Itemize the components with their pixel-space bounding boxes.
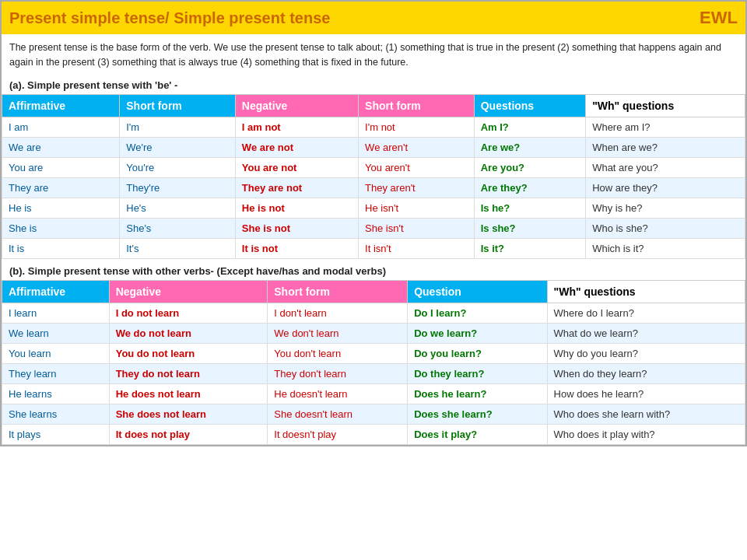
table-cell: You are not	[235, 157, 358, 177]
table-cell: I am	[2, 117, 120, 137]
table-cell: She is	[2, 218, 120, 238]
table-row: She isShe'sShe is notShe isn'tIs she?Who…	[2, 218, 745, 238]
header-questions: Questions	[474, 94, 585, 117]
brand-label: EWL	[700, 8, 738, 28]
table-cell: We are	[2, 137, 120, 157]
table-cell: You are	[2, 157, 120, 177]
table-cell: They don't learn	[268, 363, 408, 383]
table-cell: Does he learn?	[408, 383, 547, 404]
b-header-wh: "Wh" questions	[547, 280, 745, 303]
section-b-body: I learnI do not learnI don't learnDo I l…	[2, 303, 745, 444]
table-cell: Do you learn?	[408, 343, 547, 363]
section-a-label: (a). Simple present tense with 'be' -	[2, 76, 745, 94]
table-cell: He does not learn	[109, 383, 268, 404]
intro-text: The present tense is the base form of th…	[2, 34, 745, 76]
table-cell: How are they?	[586, 177, 745, 198]
table-cell: Which is it?	[586, 238, 745, 258]
table-cell: She does not learn	[109, 404, 268, 424]
table-cell: We learn	[2, 323, 110, 343]
header-shortform2: Short form	[359, 94, 475, 117]
table-cell: What are you?	[586, 157, 745, 177]
table-cell: Is it?	[474, 238, 585, 258]
table-cell: I am not	[235, 117, 358, 137]
main-title-text: Present simple tense/ Simple present ten…	[9, 9, 330, 27]
table-cell: Where am I?	[586, 117, 745, 137]
table-cell: We are not	[235, 137, 358, 157]
table-row: They areThey'reThey are notThey aren'tAr…	[2, 177, 745, 198]
table-cell: He's	[120, 198, 236, 218]
table-cell: She is not	[235, 218, 358, 238]
table-cell: Do I learn?	[408, 303, 547, 323]
table-cell: She learns	[2, 404, 110, 424]
table-cell: They learn	[2, 363, 110, 383]
table-cell: It plays	[2, 424, 110, 444]
table-row: They learnThey do not learnThey don't le…	[2, 363, 745, 383]
table-row: I amI'mI am notI'm notAm I?Where am I?	[2, 117, 745, 137]
table-row: She learnsShe does not learnShe doesn't …	[2, 404, 745, 424]
b-header-shortform: Short form	[268, 280, 408, 303]
table-cell: Where do I learn?	[547, 303, 745, 323]
b-header-negative: Negative	[109, 280, 268, 303]
table-cell: You do not learn	[109, 343, 268, 363]
section-b-table: Affirmative Negative Short form Question…	[2, 280, 745, 445]
table-cell: He doesn't learn	[268, 383, 408, 404]
table-cell: I do not learn	[109, 303, 268, 323]
table-cell: They are not	[235, 177, 358, 198]
table-cell: We aren't	[359, 137, 475, 157]
table-row: I learnI do not learnI don't learnDo I l…	[2, 303, 745, 323]
table-cell: She's	[120, 218, 236, 238]
table-cell: How does he learn?	[547, 383, 745, 404]
table-cell: I'm not	[359, 117, 475, 137]
table-cell: You don't learn	[268, 343, 408, 363]
table-cell: It doesn't play	[268, 424, 408, 444]
table-cell: They are	[2, 177, 120, 198]
table-cell: Does she learn?	[408, 404, 547, 424]
table-cell: Why do you learn?	[547, 343, 745, 363]
table-cell: You aren't	[359, 157, 475, 177]
table-cell: Are you?	[474, 157, 585, 177]
table-cell: Are we?	[474, 137, 585, 157]
table-cell: Why is he?	[586, 198, 745, 218]
table-cell: It is	[2, 238, 120, 258]
table-cell: They aren't	[359, 177, 475, 198]
table-cell: We do not learn	[109, 323, 268, 343]
table-cell: Do we learn?	[408, 323, 547, 343]
table-row: He isHe'sHe is notHe isn'tIs he?Why is h…	[2, 198, 745, 218]
table-cell: Are they?	[474, 177, 585, 198]
table-cell: Who does she learn with?	[547, 404, 745, 424]
table-cell: I learn	[2, 303, 110, 323]
table-cell: I don't learn	[268, 303, 408, 323]
table-cell: When are we?	[586, 137, 745, 157]
table-row: It isIt'sIt is notIt isn'tIs it?Which is…	[2, 238, 745, 258]
table-cell: We don't learn	[268, 323, 408, 343]
table-row: It playsIt does not playIt doesn't playD…	[2, 424, 745, 444]
table-cell: It isn't	[359, 238, 475, 258]
table-cell: Is she?	[474, 218, 585, 238]
table-cell: You learn	[2, 343, 110, 363]
table-cell: Does it play?	[408, 424, 547, 444]
table-cell: They're	[120, 177, 236, 198]
b-header-affirmative: Affirmative	[2, 280, 110, 303]
table-cell: He learns	[2, 383, 110, 404]
section-b-header-row: Affirmative Negative Short form Question…	[2, 280, 745, 303]
table-cell: Do they learn?	[408, 363, 547, 383]
section-a-body: I amI'mI am notI'm notAm I?Where am I?We…	[2, 117, 745, 258]
table-cell: They do not learn	[109, 363, 268, 383]
table-row: He learnsHe does not learnHe doesn't lea…	[2, 383, 745, 404]
table-cell: Who is she?	[586, 218, 745, 238]
table-cell: She isn't	[359, 218, 475, 238]
table-cell: Is he?	[474, 198, 585, 218]
header-shortform1: Short form	[120, 94, 236, 117]
table-cell: I'm	[120, 117, 236, 137]
table-cell: We're	[120, 137, 236, 157]
header-affirmative: Affirmative	[2, 94, 120, 117]
table-cell: Who does it play with?	[547, 424, 745, 444]
table-cell: He is not	[235, 198, 358, 218]
table-cell: He isn't	[359, 198, 475, 218]
table-row: You areYou'reYou are notYou aren'tAre yo…	[2, 157, 745, 177]
table-cell: What do we learn?	[547, 323, 745, 343]
section-a-header-row: Affirmative Short form Negative Short fo…	[2, 94, 745, 117]
table-cell: She doesn't learn	[268, 404, 408, 424]
table-row: We areWe'reWe are notWe aren'tAre we?Whe…	[2, 137, 745, 157]
table-cell: He is	[2, 198, 120, 218]
